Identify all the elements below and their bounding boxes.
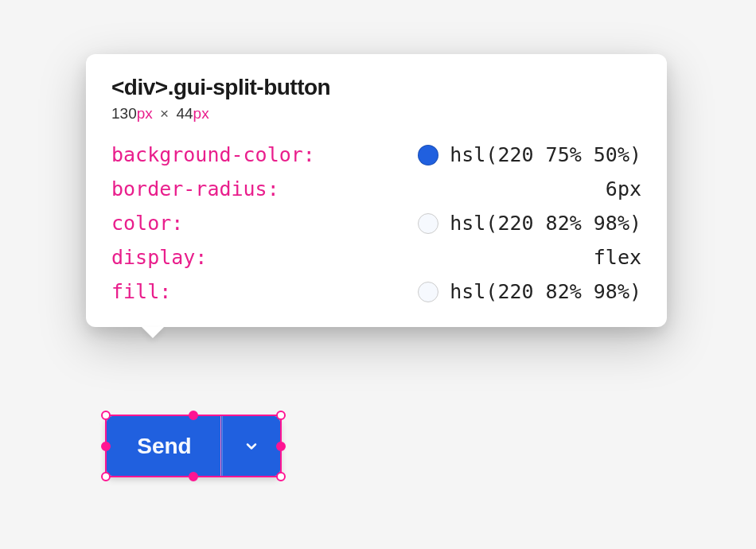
- css-property-name: border-radius:: [111, 177, 279, 201]
- css-property-value: 6px: [606, 177, 641, 201]
- css-property-name: color:: [111, 212, 183, 235]
- css-property-name: display:: [111, 246, 207, 269]
- css-property-row: fill: hsl(220 82% 98%): [111, 280, 641, 303]
- css-property-name: fill:: [111, 280, 171, 303]
- element-dimensions: 130px × 44px: [111, 105, 641, 123]
- send-button-label: Send: [137, 434, 191, 459]
- color-swatch-icon: [418, 145, 438, 165]
- send-button[interactable]: Send: [107, 416, 223, 476]
- element-selector: <div>.gui-split-button: [111, 75, 641, 100]
- gui-split-button[interactable]: Send: [107, 416, 280, 476]
- color-swatch-icon: [418, 213, 438, 234]
- css-properties-list: background-color: hsl(220 75% 50%) borde…: [111, 143, 641, 303]
- dimension-separator: ×: [160, 105, 169, 122]
- dropdown-toggle-button[interactable]: [223, 416, 280, 476]
- css-property-row: display: flex: [111, 246, 641, 269]
- width-value: 130: [111, 105, 137, 122]
- split-button-container: Send: [107, 416, 280, 476]
- chevron-down-icon: [244, 438, 259, 454]
- css-property-name: background-color:: [111, 143, 315, 166]
- tooltip-tail: [142, 327, 164, 338]
- element-tag-name: <div>: [111, 75, 168, 99]
- css-property-value: flex: [594, 246, 641, 269]
- css-property-value: hsl(220 82% 98%): [450, 212, 641, 235]
- css-property-value: hsl(220 75% 50%): [450, 143, 641, 166]
- devtools-tooltip: <div>.gui-split-button 130px × 44px back…: [86, 54, 667, 327]
- width-unit: px: [137, 105, 153, 122]
- height-value: 44: [176, 105, 193, 122]
- css-property-row: background-color: hsl(220 75% 50%): [111, 143, 641, 166]
- css-property-value: hsl(220 82% 98%): [450, 280, 641, 303]
- css-property-row: color: hsl(220 82% 98%): [111, 212, 641, 235]
- color-swatch-icon: [418, 282, 438, 302]
- height-unit: px: [193, 105, 209, 122]
- element-class-name: .gui-split-button: [168, 75, 331, 99]
- css-property-row: border-radius: 6px: [111, 177, 641, 201]
